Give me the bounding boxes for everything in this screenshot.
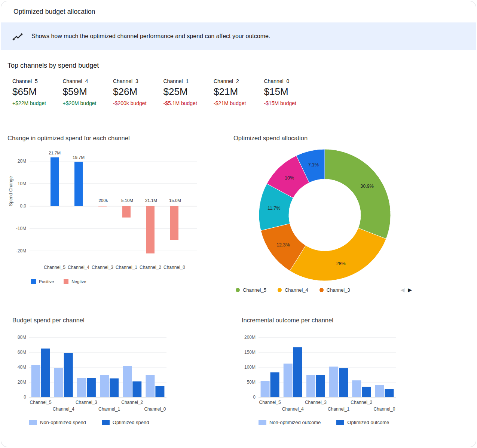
bar-non-optimized: [284, 363, 293, 397]
legend-item-channel3: Channel_3: [319, 287, 350, 293]
incremental-outcome-bar-chart: 050M100M150M200MChannel_5Channel_4Channe…: [242, 333, 410, 413]
donut-slice: [325, 149, 391, 239]
bar-optimized: [362, 387, 371, 397]
channel-name: Channel_4: [63, 78, 113, 84]
positive-swatch: [31, 279, 36, 284]
legend-item-optimized-outcome: Optimized outcome: [336, 420, 389, 425]
spend-change-chart-section: Change in optimized spend for each chann…: [7, 134, 209, 284]
legend-item-optimized-spend: Optimized spend: [102, 420, 149, 425]
legend-label: Non-optimized spend: [40, 420, 86, 425]
bar-optimized: [132, 381, 141, 397]
budget-spend-legend: Non-optimized spend Optimized spend: [29, 420, 181, 425]
spend-change-bar-chart: 20M10M0.0-10M-20MSpend Change21.7MChanne…: [7, 145, 209, 274]
bar-non-optimized: [306, 375, 315, 397]
bar-negative: [146, 206, 155, 254]
bar-non-optimized: [123, 366, 132, 397]
legend-label: Negtive: [71, 279, 86, 284]
x-axis-label: Channel_1: [328, 406, 349, 412]
bar-optimized: [41, 349, 50, 397]
channel-amount: $15M: [264, 86, 315, 98]
legend-item-positive: Positive: [31, 279, 54, 284]
legend-label: Channel_3: [327, 287, 350, 293]
legend-pager: ◀ ▶: [400, 287, 412, 293]
legend-item-non-optimized-spend: Non-optimized spend: [29, 420, 86, 425]
bar-value-label: -5.10M: [120, 198, 133, 203]
bar-non-optimized: [146, 375, 155, 397]
donut-footer: Channel_5 Channel_4 Channel_3 ◀ ▶: [226, 287, 435, 293]
y-tick-label: 10M: [18, 181, 26, 186]
y-tick-label: 0.0: [20, 203, 26, 209]
donut-percent-label: 28%: [336, 261, 346, 266]
optimization-report-card: Optimized budget allocation Shows how mu…: [1, 1, 476, 447]
pager-prev-icon[interactable]: ◀: [400, 287, 404, 293]
donut-legend: Channel_5 Channel_4 Channel_3: [236, 287, 350, 293]
x-axis-label: Channel_5: [30, 400, 52, 405]
bar-value-label: -15.0M: [168, 198, 181, 203]
bar-optimized: [64, 353, 73, 397]
bar-value-label: 21.7M: [49, 151, 61, 155]
channel-amount: $65M: [12, 86, 63, 98]
legend-item-channel5: Channel_5: [236, 287, 266, 293]
channel-name: Channel_0: [264, 78, 315, 84]
x-axis-label: Channel_2: [121, 400, 143, 405]
channel-delta: -$21M budget: [214, 100, 264, 106]
pager-next-icon[interactable]: ▶: [408, 287, 412, 293]
incremental-outcome-chart-title: Incremental outcome per channel: [242, 316, 410, 324]
x-axis-label: Channel_0: [144, 406, 166, 412]
bar-non-optimized: [261, 381, 270, 397]
incremental-outcome-legend: Non-optimized outcome Optimized outcome: [259, 420, 410, 425]
top-channels-title: Top channels by spend budget: [7, 62, 476, 70]
bar-non-optimized: [31, 365, 40, 397]
y-tick-label: -20M: [16, 248, 26, 254]
y-tick-label: 150M: [244, 350, 256, 355]
bar-value-label: -200k: [97, 198, 108, 203]
bar-optimized: [316, 375, 325, 397]
bar-optimized: [293, 347, 302, 397]
insights-icon: [12, 31, 24, 42]
spend-allocation-chart-section: Optimized spend allocation 30.9%28%12.3%…: [226, 134, 435, 293]
x-axis-label: Channel_1: [116, 265, 137, 270]
x-axis-label: Channel_1: [98, 406, 120, 412]
bar-non-optimized: [54, 368, 63, 397]
spend-allocation-donut-chart: 30.9%28%12.3%11.7%10%7.1%: [226, 145, 435, 285]
optimized-spend-swatch: [102, 420, 110, 425]
info-banner-text: Shows how much the optimized channel per…: [31, 33, 270, 40]
page-title: Optimized budget allocation: [13, 8, 95, 16]
donut-percent-label: 12.3%: [276, 242, 290, 248]
channel-name: Channel_1: [163, 78, 214, 84]
legend-item-channel4: Channel_4: [278, 287, 308, 293]
spend-change-chart-title: Change in optimized spend for each chann…: [7, 134, 209, 142]
legend-item-negative: Negtive: [64, 279, 86, 284]
channel-card: Channel_5 $65M +$22M budget: [12, 78, 63, 106]
x-axis-label: Channel_0: [373, 406, 395, 412]
channel-amount: $26M: [113, 86, 163, 98]
donut-percent-label: 30.9%: [360, 184, 373, 189]
x-axis-label: Channel_2: [140, 265, 161, 270]
channel-card: Channel_2 $21M -$21M budget: [214, 78, 264, 106]
channel-name: Channel_3: [113, 78, 163, 84]
spend-allocation-chart-title: Optimized spend allocation: [226, 134, 435, 142]
top-channels-section: Top channels by spend budget Channel_5 $…: [1, 50, 476, 106]
non-optimized-spend-swatch: [29, 420, 37, 425]
y-tick-label: 60M: [18, 350, 26, 355]
channel-delta: +$22M budget: [12, 100, 63, 106]
legend-label: Optimized outcome: [347, 420, 389, 425]
x-axis-label: Channel_3: [305, 400, 327, 405]
budget-spend-chart-title: Budget spend per channel: [12, 316, 181, 324]
y-axis-title: Spend Change: [8, 176, 13, 206]
optimized-outcome-swatch: [336, 420, 344, 425]
channel4-swatch: [278, 288, 282, 292]
y-tick-label: 20M: [18, 159, 26, 164]
budget-spend-chart-section: Budget spend per channel 020M40M60M80MCh…: [12, 316, 181, 425]
bar-optimized: [155, 386, 164, 397]
x-axis-label: Channel_3: [92, 265, 113, 270]
bar-positive: [51, 157, 59, 206]
header: Optimized budget allocation: [1, 1, 476, 22]
y-tick-label: 0: [253, 395, 256, 400]
insights-icon-svg: [12, 31, 24, 42]
bar-negative: [122, 206, 131, 218]
channel-amount: $59M: [63, 86, 113, 98]
legend-item-non-optimized-outcome: Non-optimized outcome: [259, 420, 321, 425]
bar-negative: [170, 206, 178, 240]
budget-spend-bar-chart: 020M40M60M80MChannel_5Channel_4Channel_3…: [12, 333, 181, 413]
